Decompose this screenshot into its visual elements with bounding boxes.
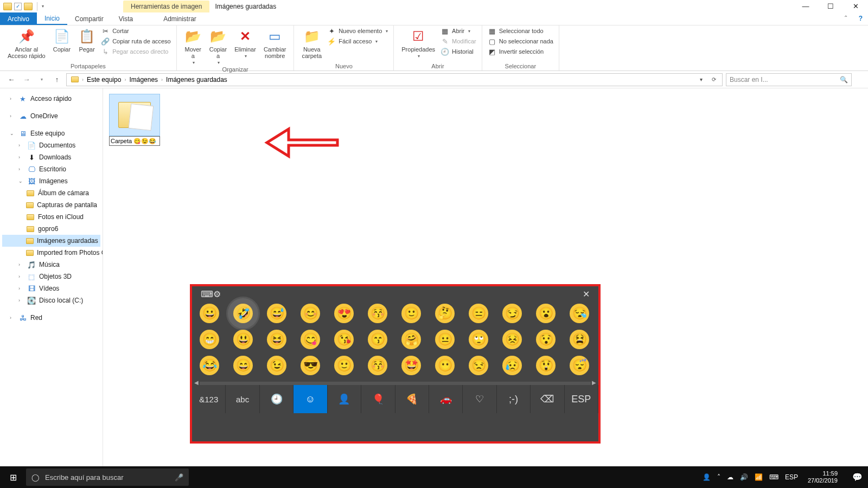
- sidebar-pic-child-4[interactable]: Imágenes guardadas: [2, 235, 100, 247]
- emoji-close-button[interactable]: ✕: [583, 289, 590, 299]
- sidebar-3d-objects[interactable]: ›⬚Objetos 3D: [2, 271, 100, 282]
- taskbar-search[interactable]: ◯Escribe aquí para buscar🎤: [26, 468, 189, 486]
- sidebar-pictures[interactable]: ⌄🖼Imágenes: [2, 175, 100, 187]
- kb-abc-button[interactable]: abc: [226, 385, 259, 413]
- sidebar-videos[interactable]: ›🎞Vídeos: [2, 282, 100, 294]
- tray-onedrive-icon[interactable]: ☁: [727, 473, 733, 481]
- emoji-button[interactable]: 😣: [502, 330, 522, 349]
- nav-forward-button[interactable]: →: [21, 74, 33, 86]
- kb-heart-button[interactable]: ♡: [463, 385, 496, 413]
- emoji-button[interactable]: 😍: [334, 304, 354, 323]
- sidebar-network[interactable]: ›🖧Red: [2, 312, 100, 324]
- tab-share[interactable]: Compartir: [67, 12, 111, 25]
- start-button[interactable]: ⊞: [0, 472, 26, 483]
- refresh-icon[interactable]: ⟳: [708, 76, 720, 82]
- kb-backspace-button[interactable]: ⌫: [531, 385, 564, 413]
- emoji-button[interactable]: 😐: [435, 330, 455, 349]
- emoji-button[interactable]: 😑: [469, 304, 488, 323]
- emoji-button[interactable]: 😏: [502, 304, 522, 323]
- emoji-button[interactable]: 😚: [368, 356, 387, 375]
- breadcrumb-saved-images[interactable]: Imágenes guardadas: [164, 76, 229, 84]
- tray-people-icon[interactable]: 👤: [703, 473, 711, 481]
- chevron-right-icon[interactable]: ›: [82, 77, 84, 82]
- qat-dropdown-icon[interactable]: ▾: [42, 4, 44, 9]
- emoji-button[interactable]: 😘: [334, 330, 354, 349]
- select-none-button[interactable]: ▢No seleccionar nada: [488, 37, 553, 46]
- tab-view[interactable]: Vista: [111, 12, 141, 25]
- microphone-icon[interactable]: 🎤: [175, 473, 183, 481]
- breadcrumb-this-pc[interactable]: Este equipo: [85, 76, 123, 84]
- emoji-button[interactable]: 😙: [368, 330, 387, 349]
- sidebar-pic-child-5[interactable]: Imported from Photos Com: [2, 247, 100, 259]
- emoji-button[interactable]: 😆: [267, 330, 286, 349]
- address-dropdown-icon[interactable]: ▾: [695, 76, 707, 82]
- open-button[interactable]: ▦Abrir▾: [441, 27, 476, 35]
- sidebar-music[interactable]: ›🎵Música: [2, 259, 100, 271]
- help-icon[interactable]: ?: [853, 12, 868, 25]
- kb-symbols-button[interactable]: &123: [192, 385, 226, 413]
- sidebar-desktop[interactable]: ›🖵Escritorio: [2, 163, 100, 175]
- sidebar-local-disk[interactable]: ›💽Disco local (C:): [2, 294, 100, 306]
- nav-back-button[interactable]: ←: [5, 74, 17, 86]
- tab-home[interactable]: Inicio: [37, 12, 67, 25]
- emoji-button[interactable]: 😎: [301, 356, 320, 375]
- emoji-button[interactable]: 😯: [536, 330, 556, 349]
- emoji-button[interactable]: 🤣: [233, 304, 253, 323]
- kb-celebration-button[interactable]: 🎈: [361, 385, 395, 413]
- delete-button[interactable]: ✕Eliminar▾: [232, 27, 258, 60]
- emoji-button[interactable]: 🙄: [469, 330, 488, 349]
- sidebar-onedrive[interactable]: ›☁OneDrive: [2, 110, 100, 122]
- maximize-button[interactable]: ☐: [818, 0, 843, 12]
- paste-button[interactable]: 📋Pegar: [76, 27, 98, 54]
- nav-up-button[interactable]: ↑: [51, 74, 63, 86]
- history-button[interactable]: 🕘Historial: [441, 47, 476, 56]
- copy-to-button[interactable]: 📂Copiar a▾: [207, 27, 229, 66]
- folder-rename-input[interactable]: [109, 136, 160, 146]
- pin-quick-access-button[interactable]: 📌Anclar al Acceso rápido: [5, 27, 48, 60]
- select-all-button[interactable]: ▦Seleccionar todo: [488, 27, 553, 35]
- rename-button[interactable]: ▭Cambiar nombre: [261, 27, 289, 60]
- emoji-button[interactable]: 😪: [570, 304, 589, 323]
- kb-food-button[interactable]: 🍕: [395, 385, 429, 413]
- emoji-button[interactable]: 😋: [301, 330, 320, 349]
- emoji-button[interactable]: 😄: [233, 356, 253, 375]
- sidebar-pic-child-3[interactable]: gopro6: [2, 223, 100, 235]
- copy-button[interactable]: 📄Copiar: [51, 27, 73, 54]
- search-input[interactable]: Buscar en I... 🔍: [726, 73, 852, 86]
- emoji-button[interactable]: 🤔: [435, 304, 455, 323]
- tab-manage[interactable]: Administrar: [156, 12, 204, 25]
- scroll-right-icon[interactable]: ▶: [592, 380, 596, 386]
- emoji-scrollbar[interactable]: ◀▶: [200, 382, 591, 385]
- close-button[interactable]: ✕: [843, 0, 868, 12]
- folder-thumbnail[interactable]: [109, 94, 160, 136]
- emoji-button[interactable]: 😒: [469, 356, 488, 375]
- scroll-left-icon[interactable]: ◀: [194, 380, 199, 386]
- folder-item[interactable]: [108, 94, 161, 146]
- emoji-button[interactable]: 😂: [200, 356, 219, 375]
- minimize-button[interactable]: —: [793, 0, 818, 12]
- tray-keyboard-icon[interactable]: ⌨: [769, 473, 778, 481]
- tab-file[interactable]: Archivo: [0, 12, 37, 25]
- kb-travel-button[interactable]: 🚗: [429, 385, 463, 413]
- emoji-button[interactable]: 😀: [200, 304, 219, 323]
- chevron-right-icon[interactable]: ›: [124, 77, 126, 82]
- new-item-button[interactable]: ✦Nuevo elemento▾: [327, 27, 388, 35]
- emoji-button[interactable]: 😊: [301, 304, 320, 323]
- emoji-button[interactable]: 🤩: [401, 356, 421, 375]
- emoji-button[interactable]: 😚: [368, 304, 387, 323]
- sidebar-pic-child-0[interactable]: Álbum de cámara: [2, 187, 100, 199]
- sidebar-documents[interactable]: ›📄Documentos: [2, 139, 100, 151]
- emoji-button[interactable]: 🙂: [334, 356, 354, 375]
- kb-smileys-button[interactable]: ☺: [293, 385, 327, 413]
- tray-language[interactable]: ESP: [785, 473, 798, 481]
- new-folder-button[interactable]: 📁Nueva carpeta: [299, 27, 324, 60]
- emoji-button[interactable]: 😫: [570, 330, 589, 349]
- move-to-button[interactable]: 📂Mover a▾: [182, 27, 204, 66]
- tray-chevron-up-icon[interactable]: ˄: [717, 473, 720, 481]
- kb-recent-button[interactable]: 🕘: [260, 385, 293, 413]
- breadcrumb-pictures[interactable]: Imágenes: [127, 76, 160, 84]
- emoji-button[interactable]: 🤗: [401, 330, 421, 349]
- emoji-button[interactable]: 😮: [536, 304, 556, 323]
- sidebar-downloads[interactable]: ›⬇Downloads: [2, 151, 100, 163]
- folder-small-icon[interactable]: [24, 2, 33, 11]
